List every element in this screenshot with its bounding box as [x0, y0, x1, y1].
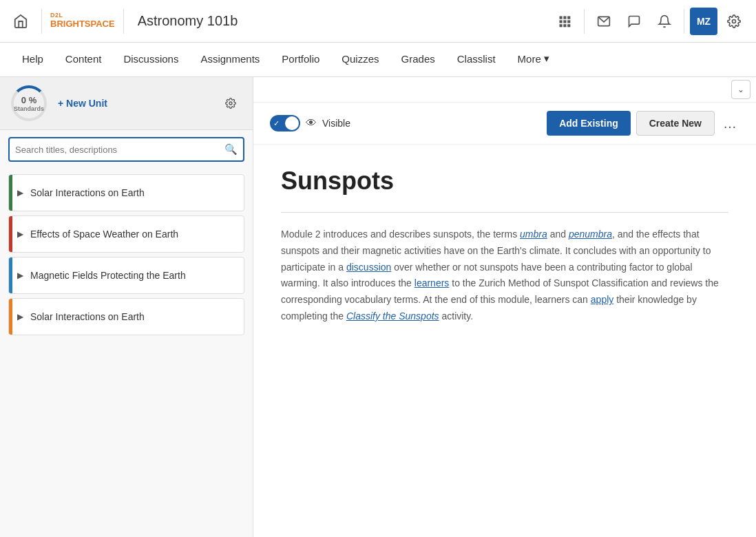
learners-link[interactable]: learners: [414, 277, 450, 288]
search-input-wrap[interactable]: 🔍: [8, 137, 244, 162]
bell-icon-button[interactable]: [651, 8, 678, 35]
svg-rect-4: [563, 20, 566, 23]
brand-logo: D2L BRIGHTSPACE: [50, 12, 115, 29]
svg-rect-8: [567, 24, 570, 27]
content-toolbar: ✓ 👁 Visible Add Existing Create New …: [253, 103, 756, 145]
sidebar-list: ▶ Solar Interactions on Earth ▶ Effects …: [0, 169, 253, 537]
list-item[interactable]: ▶ Magnetic Fields Protecting the Earth: [8, 257, 244, 294]
search-icon[interactable]: 🔍: [224, 143, 238, 156]
main-container: 0 % Standards + New Unit 🔍: [0, 77, 756, 537]
nav-item-more[interactable]: More ▾: [507, 43, 560, 77]
list-item-label-4: Solar Interactions on Earth: [30, 310, 145, 323]
content-divider: [281, 212, 728, 213]
svg-rect-6: [560, 24, 563, 27]
item-border-1: [9, 175, 12, 211]
search-bar: 🔍: [0, 130, 253, 169]
add-existing-button[interactable]: Add Existing: [547, 111, 631, 136]
chevron-right-icon: ▶: [17, 312, 23, 322]
visible-toggle[interactable]: ✓: [270, 115, 300, 131]
nav-item-grades[interactable]: Grades: [390, 43, 446, 77]
svg-rect-2: [567, 16, 570, 19]
divider-2: [123, 9, 124, 34]
list-item-label-2: Effects of Space Weather on Earth: [30, 228, 178, 240]
user-avatar[interactable]: MZ: [690, 8, 717, 35]
progress-circle: 0 % Standards: [11, 85, 47, 121]
nav-item-discussions[interactable]: Discussions: [112, 43, 189, 77]
chevron-right-icon: ▶: [17, 229, 23, 239]
home-button[interactable]: [8, 9, 33, 34]
item-border-2: [9, 216, 12, 252]
content-area: ⌄ ✓ 👁 Visible Add Existing Create New … …: [253, 77, 756, 537]
svg-rect-1: [563, 16, 566, 19]
chevron-down-icon: ▾: [544, 52, 549, 65]
chevron-right-icon: ▶: [17, 271, 23, 280]
list-item-label-3: Magnetic Fields Protecting the Earth: [30, 269, 186, 282]
apply-link[interactable]: apply: [591, 294, 613, 305]
nav-item-quizzes[interactable]: Quizzes: [330, 43, 390, 77]
more-options-button[interactable]: …: [720, 116, 739, 131]
create-new-button[interactable]: Create New: [636, 111, 715, 136]
classify-sunspots-link[interactable]: Classify the Sunspots: [346, 310, 439, 322]
divider-4: [684, 9, 684, 34]
svg-point-10: [733, 19, 736, 23]
secondary-nav: Help Content Discussions Assignments Por…: [0, 43, 756, 77]
mail-icon-button[interactable]: [590, 8, 618, 35]
course-title: Astronomy 101b: [138, 13, 238, 29]
svg-rect-0: [560, 16, 563, 19]
visible-toggle-wrap: ✓ 👁 Visible: [270, 115, 350, 131]
eye-icon: 👁: [306, 117, 317, 129]
top-bar: D2L BRIGHTSPACE Astronomy 101b: [0, 0, 756, 43]
toggle-thumb: [285, 116, 299, 130]
top-bar-actions: MZ: [551, 8, 748, 35]
item-border-3: [9, 257, 12, 293]
progress-label: Standards: [14, 105, 44, 112]
progress-percent: 0 %: [21, 95, 36, 105]
sidebar-gear-button[interactable]: [220, 92, 242, 114]
sidebar-top: 0 % Standards + New Unit: [0, 77, 253, 130]
more-label: More: [518, 53, 541, 65]
svg-point-11: [229, 102, 232, 105]
discussion-link[interactable]: discussion: [346, 262, 391, 273]
collapse-button[interactable]: ⌄: [731, 80, 750, 99]
list-item-label-1: Solar Interactions on Earth: [30, 187, 145, 199]
toolbar-right: Add Existing Create New …: [547, 111, 739, 136]
list-item[interactable]: ▶ Solar Interactions on Earth: [8, 174, 244, 211]
toggle-check-icon: ✓: [273, 119, 280, 128]
divider-1: [41, 9, 42, 34]
svg-rect-3: [560, 20, 563, 23]
nav-item-classlist[interactable]: Classlist: [446, 43, 507, 77]
search-input[interactable]: [15, 145, 224, 155]
nav-item-assignments[interactable]: Assignments: [189, 43, 271, 77]
penumbra-link[interactable]: penumbra: [569, 229, 612, 240]
svg-rect-7: [563, 24, 566, 27]
settings-icon-button[interactable]: [720, 8, 748, 35]
nav-item-help[interactable]: Help: [11, 43, 54, 77]
content-title: Sunspots: [281, 167, 728, 196]
chat-icon-button[interactable]: [620, 8, 648, 35]
list-item[interactable]: ▶ Effects of Space Weather on Earth: [8, 215, 244, 253]
chevron-right-icon: ▶: [17, 188, 23, 198]
content-scroll: Sunspots Module 2 introduces and describ…: [253, 145, 756, 537]
item-border-4: [9, 299, 12, 335]
divider-3: [584, 9, 585, 34]
svg-rect-5: [567, 20, 570, 23]
collapse-bar: ⌄: [253, 77, 756, 103]
brand-name: BRIGHTSPACE: [50, 19, 115, 29]
umbra-link[interactable]: umbra: [520, 229, 547, 240]
nav-item-content[interactable]: Content: [54, 43, 113, 77]
nav-item-portfolio[interactable]: Portfolio: [271, 43, 330, 77]
list-item[interactable]: ▶ Solar Interactions on Earth: [8, 298, 244, 335]
apps-icon-button[interactable]: [551, 8, 578, 35]
new-unit-button[interactable]: + New Unit: [52, 95, 113, 112]
sidebar: 0 % Standards + New Unit 🔍: [0, 77, 253, 537]
content-body: Module 2 introduces and describes sunspo…: [281, 227, 728, 325]
new-unit-label: + New Unit: [58, 98, 107, 109]
visible-label: Visible: [322, 118, 350, 129]
